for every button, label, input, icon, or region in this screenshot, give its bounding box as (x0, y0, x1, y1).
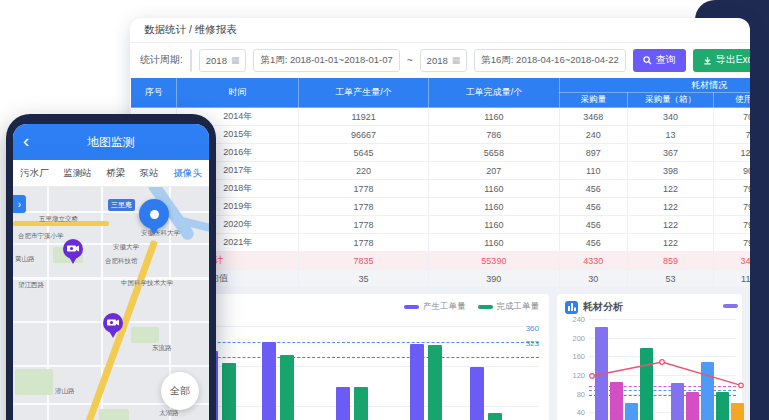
phone-header: ‹ 地图监测 (13, 124, 209, 160)
map-poi-label: 中国科学技术大学 (121, 279, 173, 288)
reference-line-label: 323 (526, 339, 539, 348)
table-cell: 456 (559, 216, 627, 234)
filter-bar: 统计周期: 年季月周日 2018 ▦ 第1周: 2018-01-01~2018-… (130, 43, 750, 77)
query-label: 查询 (656, 53, 676, 67)
table-cell: 122 (628, 180, 714, 198)
download-icon (703, 56, 712, 65)
table-cell: 786 (429, 126, 559, 144)
average-row: 平均值35390305311134 (131, 270, 751, 288)
search-icon (643, 56, 652, 65)
map-park (15, 369, 53, 395)
end-year-value: 2018 (427, 55, 448, 66)
location-marker-icon[interactable] (139, 199, 169, 229)
breadcrumb: 数据统计 / 维修报表 (130, 18, 750, 43)
column-header: 时间 (177, 78, 299, 108)
calendar-icon: ▦ (452, 55, 461, 65)
y-axis-tick: 120 (572, 371, 589, 380)
camera-marker-icon[interactable] (63, 239, 83, 259)
back-icon[interactable]: ‹ (23, 128, 29, 154)
table-row: 52018年177811604561227967 (131, 180, 751, 198)
start-week-picker[interactable]: 第1周: 2018-01-01~2018-01-07 (253, 49, 399, 72)
charts-section: 产生工单量完成工单量 360323 耗材分析 2402001601208040 (130, 286, 750, 420)
map-view[interactable]: 三里庵 › 五里墩立交桥合肥市宁溪小学安徽大学合肥科技馆中国科学技术大学安徽医科… (13, 187, 209, 420)
query-button[interactable]: 查询 (633, 49, 686, 72)
map-all-button[interactable]: 全部 (161, 372, 199, 410)
summary-cell: 4330 (559, 252, 627, 270)
legend-label: 产生工单量 (423, 301, 466, 313)
start-year-picker[interactable]: 2018 ▦ (199, 49, 247, 72)
table-cell: 5658 (429, 144, 559, 162)
sub-column-header: 采购量 (559, 93, 627, 108)
start-week-value: 第1周: 2018-01-01~2018-01-07 (260, 54, 392, 67)
workorder-chart-legend: 产生工单量完成工单量 (404, 301, 539, 313)
column-header: 序号 (131, 78, 177, 108)
end-year-picker[interactable]: 2018 ▦ (420, 49, 468, 72)
table-cell: 122 (628, 198, 714, 216)
summary-cell: 55390 (429, 252, 559, 270)
y-axis-tick: 200 (572, 334, 589, 343)
table-row: 32016年56455658897367124129 (131, 144, 751, 162)
table-cell: 1160 (429, 108, 559, 126)
summary-cell: 53 (628, 270, 714, 288)
phone-tab-bar: 污水厂监测站桥梁泵站摄像头 (13, 160, 209, 187)
table-row: 62019年177811604561227967 (131, 198, 751, 216)
table-cell: 1778 (298, 234, 428, 252)
table-cell: 1778 (298, 216, 428, 234)
end-week-picker[interactable]: 第16周: 2018-04-16~2018-04-22 (474, 49, 626, 72)
phone-tab-监测站[interactable]: 监测站 (63, 167, 92, 180)
phone-tab-桥梁[interactable]: 桥梁 (106, 167, 125, 180)
map-poi-label: 潜山路 (55, 387, 75, 396)
report-table: 序号时间工单产生量/个工单完成量/个耗材情况采购量采购量（箱）使用量库存量 12… (130, 77, 750, 288)
table-cell: 11921 (298, 108, 428, 126)
table-cell: 207 (429, 162, 559, 180)
camera-marker-icon[interactable] (103, 313, 123, 333)
consumable-chart-card: 耗材分析 2402001601208040 (557, 294, 742, 420)
table-cell: 124 (714, 144, 750, 162)
phone-tab-泵站[interactable]: 泵站 (140, 167, 159, 180)
table-header-row: 序号时间工单产生量/个工单完成量/个耗材情况 (131, 78, 751, 93)
total-row: 合计7835553904330859349330 (131, 252, 751, 270)
y-axis-tick: 240 (572, 315, 589, 324)
map-poi-label: 黄山路 (15, 255, 35, 264)
stage: 数据统计 / 维修报表 统计周期: 年季月周日 2018 ▦ 第1周: 2018… (0, 0, 769, 420)
legend-item: 产生工单量 (404, 301, 466, 313)
phone-tab-摄像头[interactable]: 摄像头 (173, 167, 202, 180)
map-poi-label: 太湖路 (159, 409, 179, 418)
table-cell: 456 (559, 198, 627, 216)
table-cell: 79 (714, 234, 750, 252)
map-expand-button[interactable]: › (13, 195, 26, 213)
phone-screen: ‹ 地图监测 污水厂监测站桥梁泵站摄像头 (13, 124, 209, 420)
table-cell: 456 (559, 234, 627, 252)
table-row: 22015年96667786240137690 (131, 126, 751, 144)
map-park (99, 409, 129, 420)
sub-column-header: 使用量 (714, 93, 750, 108)
chart-icon (565, 301, 578, 314)
y-axis-tick: 80 (577, 390, 589, 399)
consumable-chart-plot: 2402001601208040 (589, 318, 736, 420)
summary-cell: 7835 (298, 252, 428, 270)
summary-cell: 111 (714, 270, 750, 288)
summary-cell: 30 (559, 270, 627, 288)
bar-generated (410, 344, 424, 420)
export-excel-button[interactable]: 导出Excel (693, 49, 750, 72)
phone-tab-污水厂[interactable]: 污水厂 (20, 167, 49, 180)
table-cell: 79 (714, 180, 750, 198)
table-cell: 5645 (298, 144, 428, 162)
period-option[interactable]: 年 (191, 50, 192, 71)
bar-generated (336, 387, 350, 420)
summary-cell: 859 (628, 252, 714, 270)
reference-line-label: 360 (526, 324, 539, 333)
map-park (131, 327, 159, 343)
column-header: 工单产生量/个 (298, 78, 428, 108)
table-cell: 1778 (298, 180, 428, 198)
summary-cell: 349 (714, 252, 750, 270)
table-cell: 367 (628, 144, 714, 162)
group-column-header: 耗材情况 (559, 78, 750, 93)
bar-completed (488, 413, 502, 420)
dashboard-card: 数据统计 / 维修报表 统计周期: 年季月周日 2018 ▦ 第1周: 2018… (130, 18, 750, 420)
breadcrumb-text: 数据统计 / 维修报表 (144, 23, 237, 37)
map-poi-label: 安徽大学 (113, 243, 139, 252)
table-row: 72020年177811604561227967 (131, 216, 751, 234)
bar-completed (354, 387, 368, 420)
bar-completed (222, 363, 236, 420)
